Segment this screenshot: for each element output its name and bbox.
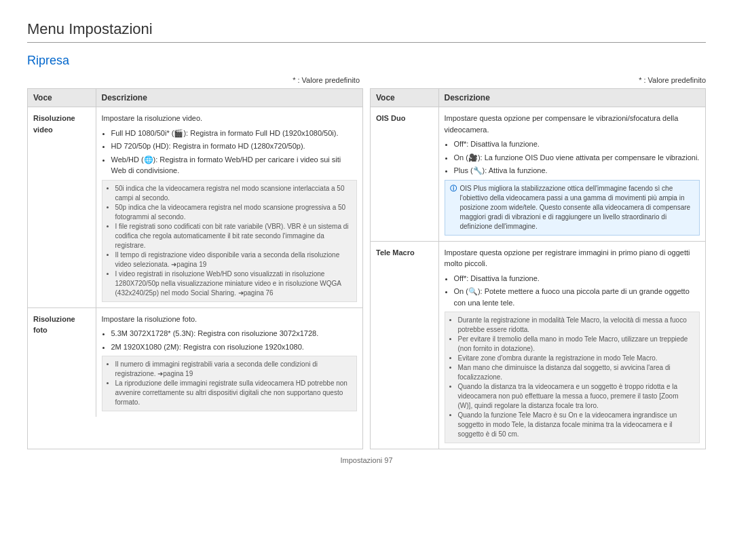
list-item: 2M 1920X1080 (2M): Registra con risoluzi… [111,341,358,353]
list-item: On (🔍): Potete mettere a fuoco una picco… [454,286,700,308]
desc-intro: Impostare questa opzione per registrare … [445,247,700,269]
left-col1-header: Voce [28,89,96,107]
right-table: Voce Descrizione OIS DuoImpostare questa… [371,89,705,449]
note-item: Il tempo di registrazione video disponib… [115,250,352,269]
title-divider [27,42,706,43]
bullet-list: Off*: Disattiva la funzione.On (🔍): Pote… [445,273,700,309]
default-note-row: * : Valore predefinito * : Valore predef… [27,76,706,84]
list-item: HD 720/50p (HD): Registra in formato HD … [111,141,358,152]
note-item: Man mano che diminuisce la distanza dal … [458,363,695,382]
note-list: 50i indica che la videocamera registra n… [107,184,352,298]
info-box: ⓘ OIS Plus migliora la stabilizzazione o… [445,180,700,236]
tables-container: Voce Descrizione RisoluzionevideoImposta… [27,88,706,449]
note-item: Quando la distanza tra la videocamera e … [458,382,695,411]
note-box: Il numero di immagini registrabili varia… [102,356,358,411]
section-title: Ripresa [27,54,706,68]
list-item: Plus (🔧): Attiva la funzione. [454,165,700,176]
note-item: La riproduzione delle immagini registrat… [115,379,352,407]
right-col1-header: Voce [371,89,438,107]
right-table-row: OIS DuoImpostare questa opzione per comp… [371,107,705,242]
info-icon: ⓘ [450,184,457,231]
right-row-voce: OIS Duo [371,107,438,242]
note-item: 50p indica che la videocamera registra n… [115,203,352,222]
bullet-list: 5.3M 3072X1728* (5.3N): Registra con ris… [102,328,358,352]
left-row-voce: Risoluzionefoto [28,307,96,417]
default-note-right: * : Valore predefinito [373,76,706,84]
note-item: Quando la funzione Tele Macro è su On e … [458,411,695,439]
default-note-left: * : Valore predefinito [27,76,373,84]
right-row-voce: Tele Macro [371,241,438,449]
note-item: Per evitare il tremolio della mano in mo… [458,335,695,354]
left-row-desc: Impostare la risoluzione foto.5.3M 3072X… [96,307,362,417]
right-col2-header: Descrizione [438,89,705,107]
main-title: Menu Impostazioni [27,20,706,38]
note-item: Durante la registrazione in modalità Tel… [458,316,695,335]
note-item: Il numero di immagini registrabili varia… [115,360,352,379]
right-row-desc: Impostare questa opzione per registrare … [438,241,705,449]
footer-page-number: 97 [384,456,392,464]
footer-text: Impostazioni [340,456,382,464]
left-table-row: RisoluzionevideoImpostare la risoluzione… [28,107,362,308]
left-row-desc: Impostare la risoluzione video.Full HD 1… [96,107,362,308]
right-table-row: Tele MacroImpostare questa opzione per r… [371,241,705,449]
left-table-wrap: Voce Descrizione RisoluzionevideoImposta… [27,88,363,449]
right-row-desc: Impostare questa opzione per compensare … [438,107,705,242]
page-footer: Impostazioni 97 [27,456,706,464]
left-table: Voce Descrizione RisoluzionevideoImposta… [28,89,362,417]
note-item: I video registrati in risoluzione Web/HD… [115,269,352,298]
note-list: Il numero di immagini registrabili varia… [107,360,352,407]
note-box: Durante la registrazione in modalità Tel… [445,312,700,443]
bullet-list: Off*: Disattiva la funzione.On (🎥): La f… [445,138,700,176]
desc-intro: Impostare la risoluzione foto. [102,314,358,325]
bullet-list: Full HD 1080/50i* (🎬): Registra in forma… [102,128,358,176]
desc-intro: Impostare la risoluzione video. [102,113,358,124]
list-item: 5.3M 3072X1728* (5.3N): Registra con ris… [111,328,358,339]
left-table-row: RisoluzionefotoImpostare la risoluzione … [28,307,362,417]
list-item: Off*: Disattiva la funzione. [454,273,700,284]
list-item: On (🎥): La funzione OIS Duo viene attiva… [454,152,700,164]
note-item: 50i indica che la videocamera registra n… [115,184,352,203]
right-table-wrap: Voce Descrizione OIS DuoImpostare questa… [370,88,706,449]
note-item: I file registrati sono codificati con bi… [115,222,352,250]
note-box: 50i indica che la videocamera registra n… [102,180,358,302]
desc-intro: Impostare questa opzione per compensare … [445,113,700,135]
left-col2-header: Descrizione [96,89,362,107]
left-row-voce: Risoluzionevideo [28,107,96,308]
note-list: Durante la registrazione in modalità Tel… [450,316,695,439]
list-item: Full HD 1080/50i* (🎬): Registra in forma… [111,128,358,139]
note-item: Evitare zone d'ombra durante la registra… [458,354,695,363]
list-item: Off*: Disattiva la funzione. [454,138,700,150]
list-item: Web/HD (🌐): Registra in formato Web/HD p… [111,154,358,176]
info-text: OIS Plus migliora la stabilizzazione ott… [460,184,695,231]
